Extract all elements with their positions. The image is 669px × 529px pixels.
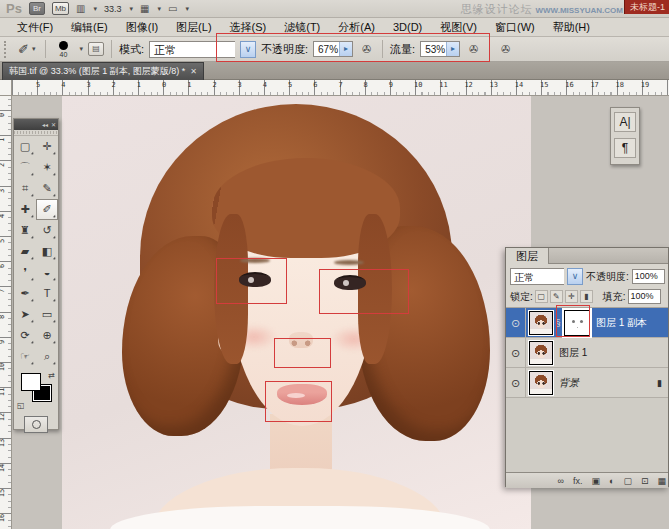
brush-tool[interactable]: ✐ [36, 199, 58, 220]
h-ruler-number: 2 [110, 81, 116, 89]
brush-size-value: 40 [60, 51, 68, 58]
mini-bridge-button[interactable]: Mb [52, 2, 69, 15]
arrange-documents-arrow-icon[interactable]: ▾ [93, 5, 97, 13]
layer-effects-icon[interactable]: fx. [573, 476, 583, 486]
menu-item[interactable]: 编辑(E) [62, 18, 117, 37]
history-brush-tool[interactable]: ↺ [36, 220, 58, 241]
lock-position-icon[interactable]: ✛ [565, 290, 578, 303]
layer-blend-dropdown-icon[interactable]: ∨ [567, 268, 583, 285]
rectangular-marquee-tool[interactable]: ▢ [14, 136, 36, 157]
adjustment-layer-icon[interactable]: ◐ [609, 476, 614, 486]
layer-opacity-value[interactable]: 100% [632, 269, 665, 284]
brush-preset-arrow-icon[interactable]: ▾ [79, 45, 83, 53]
layer-thumbnail [529, 341, 553, 365]
new-layer-icon[interactable]: ⊡ [641, 476, 649, 486]
menu-item[interactable]: 文件(F) [8, 18, 62, 37]
bridge-button[interactable]: Br [29, 2, 45, 15]
untitled-document-tab[interactable]: 未标题-1 [624, 0, 669, 14]
visibility-toggle-icon[interactable]: ⊙ [506, 338, 526, 368]
view-extras-icon[interactable]: ▭ [168, 3, 177, 14]
menu-item[interactable]: 窗口(W) [486, 18, 544, 37]
eraser-tool[interactable]: ▰ [14, 241, 36, 262]
mouth-highlight-box [265, 381, 332, 422]
spot-healing-brush-tool[interactable]: ✚ [14, 199, 36, 220]
layer-row[interactable]: ⊙图层 1 [506, 338, 668, 368]
toolbox-header[interactable]: ◂◂ ✕ [14, 119, 58, 130]
swap-colors-icon[interactable]: ⇄ [48, 371, 55, 380]
brush-preset-picker[interactable]: 40 [53, 41, 73, 58]
horizontal-type-tool[interactable]: T [36, 283, 58, 304]
layer-row[interactable]: ⊙背景▮ [506, 368, 668, 398]
collapse-panel-icon[interactable]: ◂◂ [42, 121, 48, 128]
tool-preset-picker[interactable]: ✐ ▾ [15, 41, 38, 58]
background-lock-icon: ▮ [657, 378, 662, 388]
magic-wand-tool[interactable]: ✶ [36, 157, 58, 178]
character-panel-button[interactable]: A| [614, 112, 636, 132]
layer-name: 图层 1 副本 [596, 316, 647, 330]
h-ruler-number: 1 [135, 81, 141, 89]
layer-group-icon[interactable]: ▢ [623, 476, 632, 486]
menu-item[interactable]: 图像(I) [117, 18, 167, 37]
lock-all-icon[interactable]: ▮ [580, 290, 593, 303]
gradient-tool[interactable]: ◧ [36, 241, 58, 262]
move-tool[interactable]: ✛ [36, 136, 58, 157]
menu-item[interactable]: 图层(L) [167, 18, 220, 37]
path-selection-tool[interactable]: ➤ [14, 304, 36, 325]
layers-tab[interactable]: 图层 [506, 248, 549, 264]
lock-transparency-icon[interactable]: ▢ [535, 290, 548, 303]
tool-preset-arrow-icon: ▾ [32, 45, 36, 53]
portrait-photo[interactable] [62, 96, 531, 529]
foreground-color-swatch[interactable] [21, 373, 41, 391]
v-ruler-number: 10 [0, 362, 6, 372]
toggle-brushes-panel-button[interactable]: ▤ [88, 42, 104, 56]
3d-orbit-tool[interactable]: ⊕ [36, 325, 58, 346]
tablet-pressure-size-icon[interactable]: ✇ [497, 41, 514, 57]
quick-mask-button[interactable] [24, 416, 48, 433]
vertical-ruler[interactable]: 012345678910111213141516 [0, 96, 12, 529]
screen-mode-arrow-icon[interactable]: ▾ [158, 5, 162, 13]
screen-mode-icon[interactable]: ▦ [140, 3, 149, 14]
nose-highlight-box [274, 338, 331, 368]
brush-tool-icon: ✐ [18, 42, 29, 57]
default-colors-icon[interactable]: ◱ [17, 401, 25, 410]
visibility-toggle-icon[interactable]: ⊙ [506, 308, 526, 338]
v-ruler-number: 3 [0, 186, 6, 196]
pen-tool[interactable]: ✒ [14, 283, 36, 304]
paragraph-panel-button[interactable]: ¶ [614, 138, 636, 158]
lock-buttons: ▢✎✛▮ [535, 290, 593, 303]
dodge-tool[interactable]: ◒ [36, 262, 58, 283]
h-ruler-number: 19 [639, 81, 649, 89]
fill-value[interactable]: 100% [628, 289, 661, 304]
delete-layer-icon[interactable]: ▦ [657, 476, 666, 486]
hand-tool[interactable]: ☞ [14, 346, 36, 367]
crop-tool[interactable]: ⌗ [14, 178, 36, 199]
zoom-tool[interactable]: ⌕ [36, 346, 58, 367]
eyedropper-tool[interactable]: ✎ [36, 178, 58, 199]
3d-rotate-tool[interactable]: ⟳ [14, 325, 36, 346]
close-document-icon[interactable]: ✕ [190, 67, 197, 76]
h-ruler-number: 3 [84, 81, 90, 89]
zoom-level-arrow-icon[interactable]: ▾ [130, 5, 134, 13]
rectangle-tool[interactable]: ▭ [36, 304, 58, 325]
h-ruler-number: 0 [160, 81, 166, 89]
view-extras-arrow-icon[interactable]: ▾ [185, 5, 189, 13]
visibility-toggle-icon[interactable]: ⊙ [506, 368, 526, 398]
layer-blend-mode-value[interactable]: 正常 [510, 268, 564, 285]
add-layer-mask-icon[interactable]: ▣ [591, 476, 600, 486]
v-ruler-number: 9 [0, 337, 6, 347]
blur-tool[interactable]: ❜ [14, 262, 36, 283]
document-tab[interactable]: 韩国.tif @ 33.3% (图层 1 副本, 图层蒙版/8) * ✕ [2, 62, 204, 80]
v-ruler-number: 14 [0, 463, 6, 473]
arrange-documents-icon[interactable]: ▥ [76, 3, 85, 14]
v-ruler-number: 11 [0, 387, 6, 397]
clone-stamp-tool[interactable]: ♜ [14, 220, 36, 241]
h-ruler-number: 4 [261, 81, 267, 89]
menu-item[interactable]: 帮助(H) [544, 18, 599, 37]
lasso-tool[interactable]: ⌒ [14, 157, 36, 178]
zoom-level-value[interactable]: 33.3 [104, 4, 122, 14]
ruler-corner[interactable] [0, 80, 12, 96]
close-panel-icon[interactable]: ✕ [51, 121, 56, 128]
lock-paint-icon[interactable]: ✎ [550, 290, 563, 303]
link-layers-icon[interactable]: ∞ [558, 476, 564, 486]
horizontal-ruler[interactable]: 54321012345678910111213141516171819 [12, 80, 669, 96]
